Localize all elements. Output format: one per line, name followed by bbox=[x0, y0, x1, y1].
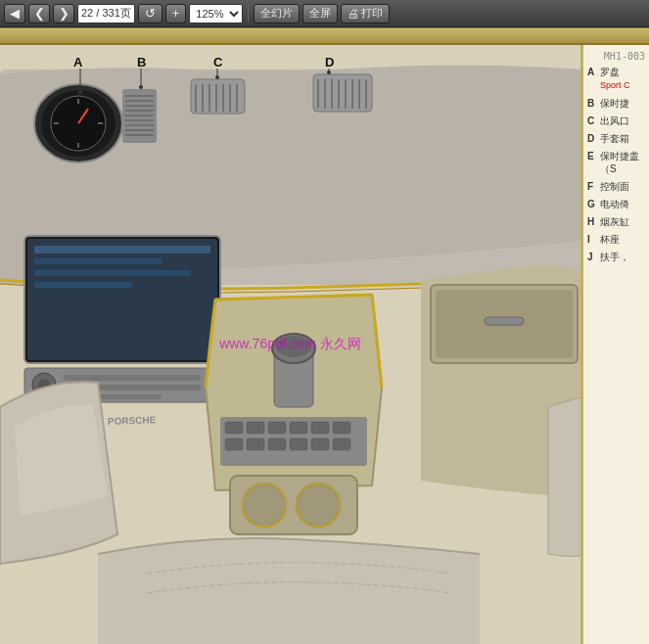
svg-rect-53 bbox=[225, 422, 243, 434]
panel-item-e: E 保时捷盖（S bbox=[587, 150, 645, 175]
svg-rect-56 bbox=[290, 422, 307, 434]
panel-item-h: H 烟灰缸 bbox=[587, 215, 645, 228]
page-info: 22 / 331页 bbox=[81, 6, 131, 21]
svg-rect-61 bbox=[268, 438, 286, 450]
label-d: D bbox=[325, 55, 334, 69]
panel-item-c: C 出风口 bbox=[587, 115, 645, 127]
panel-item-b: B 保时捷 bbox=[587, 97, 645, 110]
label-a: A bbox=[73, 55, 82, 69]
svg-rect-59 bbox=[225, 438, 243, 450]
book-spine bbox=[0, 27, 649, 45]
svg-point-79 bbox=[215, 75, 219, 79]
svg-point-77 bbox=[139, 85, 143, 89]
print-button[interactable]: 🖨 打印 bbox=[341, 4, 390, 23]
svg-rect-54 bbox=[247, 422, 264, 434]
svg-point-75 bbox=[78, 90, 82, 94]
panel-item-i: I 杯座 bbox=[587, 233, 645, 246]
svg-rect-62 bbox=[290, 438, 307, 450]
illustration-panel: A B C D bbox=[0, 45, 582, 644]
fullscreen-button[interactable]: 全屏 bbox=[302, 4, 338, 23]
svg-point-81 bbox=[327, 70, 331, 74]
svg-rect-38 bbox=[27, 239, 217, 360]
zoom-select[interactable]: 50% 75% 100% 125% 150% 200% bbox=[189, 4, 243, 23]
car-illustration: PORSCHE bbox=[0, 45, 582, 644]
svg-rect-42 bbox=[34, 282, 132, 288]
svg-rect-55 bbox=[268, 422, 286, 434]
svg-point-51 bbox=[276, 336, 311, 357]
svg-rect-39 bbox=[34, 246, 210, 253]
panel-item-a: A 罗盘 Sport C bbox=[587, 66, 645, 92]
refresh-button[interactable]: ↺ bbox=[138, 4, 162, 23]
svg-rect-72 bbox=[485, 317, 524, 325]
back-button[interactable]: ◀ bbox=[4, 4, 25, 23]
separator-1 bbox=[248, 5, 249, 23]
svg-rect-41 bbox=[34, 270, 191, 276]
next-page-button[interactable]: ❯ bbox=[53, 4, 74, 23]
page-indicator: 22 / 331页 bbox=[77, 4, 135, 23]
panel-item-j: J 扶手， bbox=[587, 251, 645, 263]
panel-item-d: D 手套箱 bbox=[587, 132, 645, 145]
svg-rect-60 bbox=[247, 438, 264, 450]
label-b: B bbox=[137, 55, 146, 69]
svg-text:PORSCHE: PORSCHE bbox=[108, 414, 157, 427]
svg-rect-46 bbox=[64, 375, 201, 381]
svg-rect-64 bbox=[333, 438, 350, 450]
svg-rect-58 bbox=[333, 422, 350, 434]
svg-rect-28 bbox=[313, 74, 372, 112]
svg-rect-57 bbox=[311, 422, 329, 434]
panel-item-g: G 电动倚 bbox=[587, 198, 645, 210]
prev-page-button[interactable]: ❮ bbox=[28, 4, 50, 23]
toolbar: ◀ ❮ ❯ 22 / 331页 ↺ + 50% 75% 100% 125% 15… bbox=[0, 0, 649, 27]
main-content: A B C D bbox=[0, 45, 649, 644]
panel-id: MH1-003 bbox=[587, 51, 645, 62]
fit-page-button[interactable]: 全幻片 bbox=[254, 4, 300, 23]
label-c: C bbox=[213, 55, 222, 69]
panel-item-f: F 控制面 bbox=[587, 180, 645, 193]
zoom-in-button[interactable]: + bbox=[165, 4, 187, 23]
svg-rect-40 bbox=[34, 258, 162, 264]
svg-rect-63 bbox=[311, 438, 329, 450]
text-panel: MH1-003 A 罗盘 Sport C B 保时捷 C 出风口 D 手套箱 E… bbox=[582, 45, 649, 644]
